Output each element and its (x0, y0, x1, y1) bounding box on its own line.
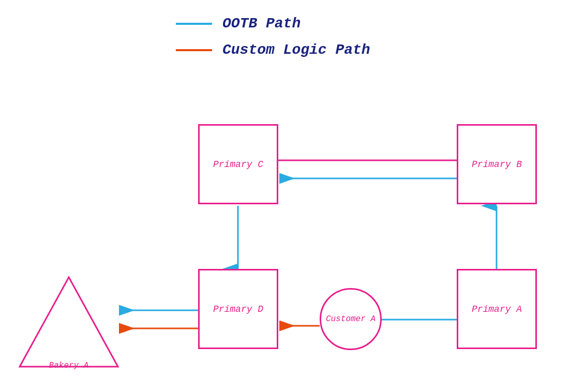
bakery-triangle-svg (17, 275, 121, 369)
bakery-a-label: Bakery A (49, 361, 89, 370)
legend-custom: Custom Logic Path (176, 42, 370, 58)
node-customer-a: Customer A (320, 288, 382, 350)
custom-label: Custom Logic Path (222, 42, 370, 58)
svg-marker-5 (20, 277, 118, 367)
node-primary-a: Primary A (457, 269, 537, 349)
custom-line-icon (176, 49, 212, 51)
ootb-label: OOTB Path (222, 16, 301, 32)
node-bakery-a: Bakery A (17, 275, 121, 369)
legend: OOTB Path Custom Logic Path (176, 16, 370, 58)
node-primary-b: Primary B (457, 124, 537, 204)
node-primary-d: Primary D (198, 269, 278, 349)
node-primary-c: Primary C (198, 124, 278, 204)
diagram-canvas: OOTB Path Custom Logic Path (0, 0, 570, 392)
legend-ootb: OOTB Path (176, 16, 370, 32)
ootb-line-icon (176, 23, 212, 25)
